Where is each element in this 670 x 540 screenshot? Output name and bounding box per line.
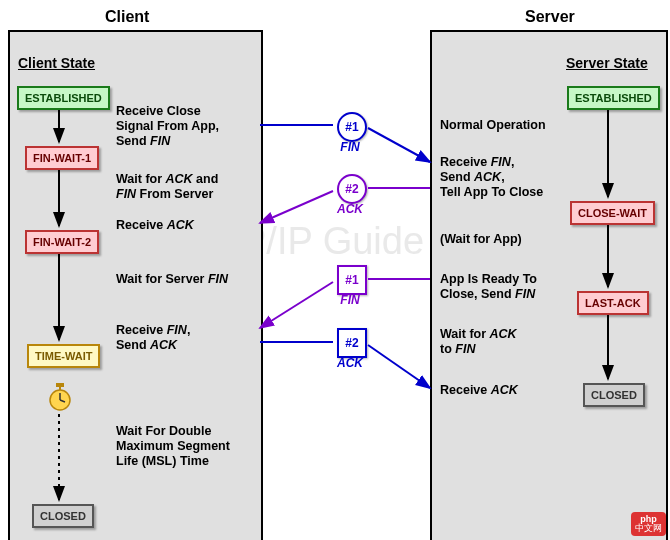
state-last-ack: LAST-ACK <box>577 291 649 315</box>
state-closed-server: CLOSED <box>583 383 645 407</box>
msg-4-marker: #2 <box>337 328 367 358</box>
svg-line-17 <box>260 282 333 328</box>
client-event-1c: Send FIN <box>116 134 170 150</box>
server-event-4b: Close, Send FIN <box>440 287 535 303</box>
msg-4-label: ACK <box>335 356 365 370</box>
msg-3-marker: #1 <box>337 265 367 295</box>
state-close-wait: CLOSE-WAIT <box>570 201 655 225</box>
msg-1-label: FIN <box>335 140 365 154</box>
client-event-4: Wait for Server FIN <box>116 272 228 288</box>
state-time-wait: TIME-WAIT <box>27 344 100 368</box>
svg-line-19 <box>368 345 430 388</box>
client-event-6b: Maximum Segment <box>116 439 230 455</box>
client-event-6c: Life (MSL) Time <box>116 454 209 470</box>
timer-icon <box>47 380 73 412</box>
server-state-header: Server State <box>566 55 648 71</box>
state-closed-client: CLOSED <box>32 504 94 528</box>
client-title: Client <box>105 8 149 26</box>
msg-1-marker: #1 <box>337 112 367 142</box>
msg-3-label: FIN <box>335 293 365 307</box>
server-event-5a: Wait for ACK <box>440 327 517 343</box>
state-established-server: ESTABLISHED <box>567 86 660 110</box>
client-event-5b: Send ACK <box>116 338 177 354</box>
server-title: Server <box>525 8 575 26</box>
state-fin-wait-2: FIN-WAIT-2 <box>25 230 99 254</box>
server-event-1: Normal Operation <box>440 118 546 134</box>
site-logo: php 中文网 <box>631 512 666 536</box>
server-event-6: Receive ACK <box>440 383 518 399</box>
state-fin-wait-1: FIN-WAIT-1 <box>25 146 99 170</box>
svg-line-13 <box>368 128 430 162</box>
server-event-2a: Receive FIN, <box>440 155 514 171</box>
client-event-5a: Receive FIN, <box>116 323 190 339</box>
server-event-5b: to FIN <box>440 342 475 358</box>
client-event-1a: Receive Close <box>116 104 201 120</box>
client-event-3: Receive ACK <box>116 218 194 234</box>
client-state-header: Client State <box>18 55 95 71</box>
state-established-client: ESTABLISHED <box>17 86 110 110</box>
server-event-2c: Tell App To Close <box>440 185 543 201</box>
server-event-3: (Wait for App) <box>440 232 522 248</box>
svg-line-15 <box>260 191 333 223</box>
svg-rect-3 <box>56 383 64 387</box>
client-event-2a: Wait for ACK and <box>116 172 218 188</box>
client-event-1b: Signal From App, <box>116 119 219 135</box>
server-event-4a: App Is Ready To <box>440 272 537 288</box>
msg-2-label: ACK <box>335 202 365 216</box>
msg-2-marker: #2 <box>337 174 367 204</box>
client-event-6a: Wait For Double <box>116 424 211 440</box>
client-event-2b: FIN From Server <box>116 187 213 203</box>
server-event-2b: Send ACK, <box>440 170 505 186</box>
